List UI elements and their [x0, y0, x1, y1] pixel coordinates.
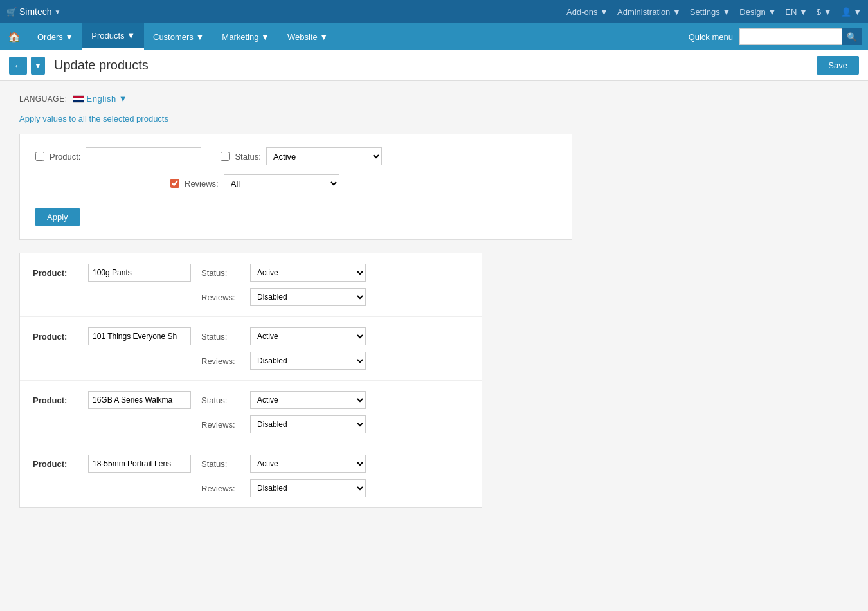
language-selector[interactable]: English ▼ [73, 94, 128, 104]
top-bar-right: Add-ons ▼ Administration ▼ Settings ▼ De… [566, 7, 862, 17]
language-name: English [87, 94, 116, 104]
product-name-field[interactable] [86, 147, 201, 165]
product-entry-4: Product: Status: Active Disabled Hidden … [20, 444, 482, 507]
product-row-4-reviews: Product: Reviews: All Approved Disabled [33, 479, 469, 497]
reviews-checkbox[interactable] [170, 179, 179, 188]
status-label-4: Status: [201, 459, 240, 469]
settings-menu[interactable]: Settings ▼ [690, 7, 730, 17]
language-label: LANGUAGE: [19, 95, 68, 104]
reviews-label-1: Reviews: [201, 293, 240, 302]
page-title: Update products [54, 58, 813, 73]
status-select-1[interactable]: Active Disabled Hidden [250, 264, 366, 282]
status-field-group: Status: Active Disabled Hidden [221, 147, 381, 165]
apply-form-row-1: Product: Status: Active Disabled Hidden [35, 147, 556, 165]
product-label-4: Product: [33, 459, 78, 469]
reviews-select-2[interactable]: All Approved Disabled [250, 352, 366, 370]
brand-name[interactable]: Simtech [19, 6, 52, 17]
product-field-group: Product: [35, 147, 201, 165]
language-dropdown-icon: ▼ [119, 94, 127, 104]
reviews-select-1[interactable]: All Approved Disabled [250, 288, 366, 306]
search-button[interactable]: 🔍 [842, 28, 862, 45]
product-entry-3: Product: Status: Active Disabled Hidden … [20, 381, 482, 444]
product-row-3-reviews: Product: Reviews: All Approved Disabled [33, 415, 469, 433]
nav-right: Quick menu 🔍 [689, 23, 868, 50]
apply-section: Product: Status: Active Disabled Hidden … [19, 134, 572, 240]
quick-menu-link[interactable]: Quick menu [689, 32, 733, 42]
design-menu[interactable]: Design ▼ [739, 7, 776, 17]
apply-form-row-2: Reviews: All Approved Disabled [35, 174, 556, 192]
brand-dropdown-icon[interactable]: ▼ [55, 8, 61, 15]
product-row-2-reviews: Product: Reviews: All Approved Disabled [33, 352, 469, 370]
status-select-4[interactable]: Active Disabled Hidden [250, 455, 366, 473]
search-box: 🔍 [739, 28, 862, 45]
product-name-input-1[interactable] [88, 264, 191, 282]
reviews-label-3: Reviews: [201, 420, 240, 430]
nav-website[interactable]: Website ▼ [278, 23, 337, 50]
product-label-2: Product: [33, 332, 78, 342]
action-bar: ← ▼ Update products Save [0, 50, 868, 81]
status-select[interactable]: Active Disabled Hidden [266, 147, 382, 165]
nav-dropdown-button[interactable]: ▼ [31, 57, 45, 75]
product-row-3-name: Product: Status: Active Disabled Hidden [33, 391, 469, 409]
language-menu[interactable]: EN ▼ [785, 7, 808, 17]
addons-menu[interactable]: Add-ons ▼ [566, 7, 608, 17]
product-name-input-3[interactable] [88, 391, 191, 409]
status-label-3: Status: [201, 396, 240, 405]
status-label-2: Status: [201, 332, 240, 342]
product-entry-1: Product: Status: Active Disabled Hidden … [20, 253, 482, 317]
save-button[interactable]: Save [817, 56, 859, 75]
reviews-field-group: Reviews: All Approved Disabled [170, 174, 339, 192]
reviews-label-4: Reviews: [201, 484, 240, 493]
top-bar: 🛒 Simtech ▼ Add-ons ▼ Administration ▼ S… [0, 0, 868, 23]
product-row-4-name: Product: Status: Active Disabled Hidden [33, 455, 469, 473]
administration-menu[interactable]: Administration ▼ [617, 7, 681, 17]
product-checkbox[interactable] [35, 152, 44, 161]
main-content: LANGUAGE: English ▼ Apply values to all … [0, 81, 868, 521]
search-input[interactable] [739, 28, 842, 45]
reviews-select-4[interactable]: All Approved Disabled [250, 479, 366, 497]
flag-icon [73, 95, 84, 103]
reviews-label-2: Reviews: [201, 356, 240, 366]
product-name-input-4[interactable] [88, 455, 191, 473]
top-bar-left: 🛒 Simtech ▼ [6, 6, 60, 17]
reviews-select[interactable]: All Approved Disabled [224, 174, 339, 192]
currency-menu[interactable]: $ ▼ [817, 7, 832, 17]
apply-button[interactable]: Apply [35, 208, 80, 226]
nav-home[interactable]: 🏠 [0, 23, 28, 50]
product-row-1-name: Product: Status: Active Disabled Hidden [33, 264, 469, 282]
product-name-input-2[interactable] [88, 327, 191, 345]
status-field-label: Status: [235, 152, 260, 161]
product-field-label: Product: [50, 152, 80, 161]
back-button[interactable]: ← [9, 57, 27, 75]
nav-marketing[interactable]: Marketing ▼ [213, 23, 278, 50]
nav-customers[interactable]: Customers ▼ [144, 23, 213, 50]
product-entry-2: Product: Status: Active Disabled Hidden … [20, 317, 482, 381]
status-checkbox[interactable] [221, 152, 230, 161]
status-label-1: Status: [201, 268, 240, 278]
products-section: Product: Status: Active Disabled Hidden … [19, 253, 482, 508]
product-row-1-reviews: Product: Reviews: All Approved Disabled [33, 288, 469, 306]
status-select-2[interactable]: Active Disabled Hidden [250, 327, 366, 345]
user-menu[interactable]: 👤 ▼ [841, 7, 862, 17]
nav-bar: 🏠 Orders ▼ Products ▼ Customers ▼ Market… [0, 23, 868, 50]
status-select-3[interactable]: Active Disabled Hidden [250, 391, 366, 409]
language-row: LANGUAGE: English ▼ [19, 94, 849, 104]
cart-icon: 🛒 [6, 7, 17, 17]
product-row-2-name: Product: Status: Active Disabled Hidden [33, 327, 469, 345]
reviews-select-3[interactable]: All Approved Disabled [250, 415, 366, 433]
product-label-1: Product: [33, 268, 78, 278]
nav-products[interactable]: Products ▼ [82, 23, 144, 50]
product-label-3: Product: [33, 396, 78, 405]
reviews-field-label: Reviews: [185, 179, 219, 188]
nav-orders[interactable]: Orders ▼ [28, 23, 82, 50]
apply-values-link[interactable]: Apply values to all the selected product… [19, 114, 849, 123]
